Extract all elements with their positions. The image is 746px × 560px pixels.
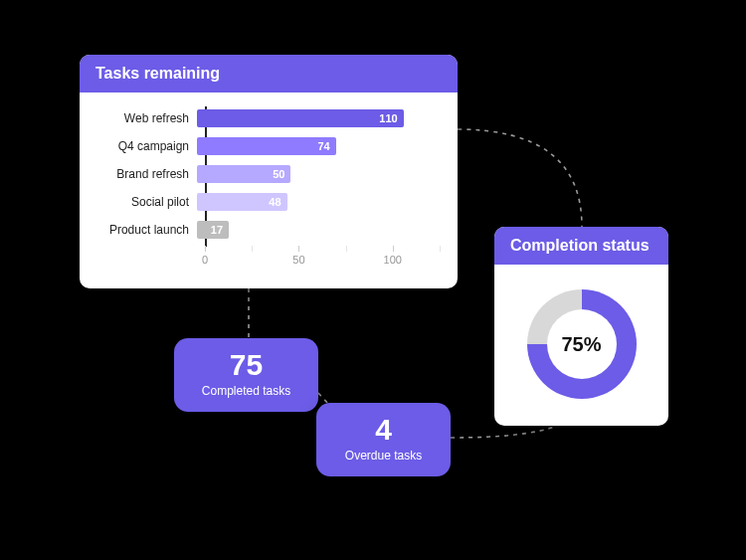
bar-row: Q4 campaign74 bbox=[97, 134, 440, 158]
tasks-remaining-card: Tasks remaining Web refresh110Q4 campaig… bbox=[80, 55, 458, 288]
bar-chart: Web refresh110Q4 campaign74Brand refresh… bbox=[80, 93, 458, 283]
bar-label: Social pilot bbox=[97, 195, 197, 209]
kpi-completed-label: Completed tasks bbox=[194, 384, 298, 398]
bar-fill: 48 bbox=[197, 193, 287, 211]
bar-fill: 110 bbox=[197, 109, 404, 127]
bar-track: 50 bbox=[197, 165, 440, 183]
bar-label: Q4 campaign bbox=[97, 139, 197, 153]
bar-row: Brand refresh50 bbox=[97, 162, 440, 186]
x-tick bbox=[298, 246, 299, 252]
completion-status-title: Completion status bbox=[494, 227, 668, 265]
bar-track: 17 bbox=[197, 221, 440, 239]
bar-fill: 17 bbox=[197, 221, 229, 239]
bar-fill: 74 bbox=[197, 137, 336, 155]
kpi-overdue-value: 4 bbox=[336, 415, 431, 445]
bar-fill: 50 bbox=[197, 165, 290, 183]
x-tick bbox=[393, 246, 394, 252]
x-tick-label: 50 bbox=[292, 254, 304, 266]
bar-label: Web refresh bbox=[97, 111, 197, 125]
kpi-overdue-label: Overdue tasks bbox=[336, 449, 431, 463]
bar-track: 48 bbox=[197, 193, 440, 211]
x-minor-tick bbox=[252, 246, 253, 252]
bar-row: Web refresh110 bbox=[97, 106, 440, 130]
bar-track: 74 bbox=[197, 137, 440, 155]
kpi-completed-tasks: 75 Completed tasks bbox=[174, 338, 318, 412]
x-tick-label: 100 bbox=[384, 254, 402, 266]
donut-ring: 75% bbox=[527, 289, 637, 399]
x-tick-label: 0 bbox=[202, 254, 208, 266]
bar-row: Product launch17 bbox=[97, 218, 440, 242]
bar-track: 110 bbox=[197, 109, 440, 127]
donut-percent-label: 75% bbox=[547, 309, 617, 379]
donut-chart: 75% bbox=[494, 265, 668, 424]
completion-status-card: Completion status 75% bbox=[494, 227, 668, 426]
x-axis: 050100 bbox=[205, 246, 440, 274]
bar-label: Product launch bbox=[97, 223, 197, 237]
x-tick bbox=[205, 246, 206, 252]
x-minor-tick bbox=[440, 246, 441, 252]
x-minor-tick bbox=[346, 246, 347, 252]
kpi-completed-value: 75 bbox=[194, 350, 298, 380]
kpi-overdue-tasks: 4 Overdue tasks bbox=[316, 403, 451, 476]
tasks-remaining-title: Tasks remaining bbox=[80, 55, 458, 93]
bar-row: Social pilot48 bbox=[97, 190, 440, 214]
bar-label: Brand refresh bbox=[97, 167, 197, 181]
